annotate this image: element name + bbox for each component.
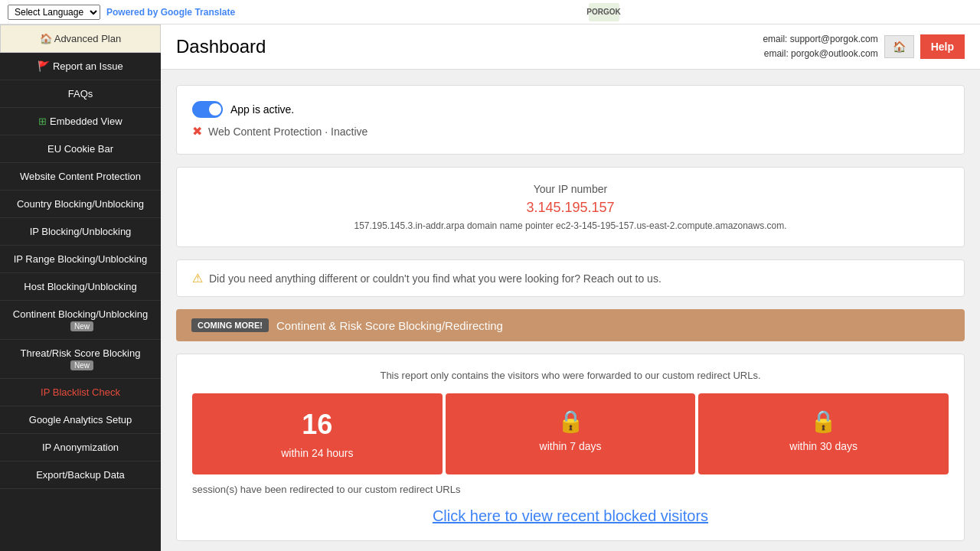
web-protection-text: Web Content Protection · Inactive [208, 126, 368, 138]
top-bar: Select Language Powered by Google Transl… [0, 0, 980, 24]
help-button[interactable]: Help [920, 34, 965, 59]
reach-out-card: ⚠ Did you need anything different or cou… [176, 259, 965, 297]
stats-card: This report only contains the visitors w… [176, 354, 965, 541]
header-right: email: support@porgok.com email: porgok@… [763, 32, 965, 61]
stats-subtitle: This report only contains the visitors w… [192, 370, 949, 381]
sidebar-item-report-issue[interactable]: 🚩 Report an Issue [0, 53, 161, 80]
sidebar-item-ip-range-blocking[interactable]: IP Range Blocking/Unblocking [0, 246, 161, 273]
stat-box-30d: 🔒 within 30 days [698, 393, 949, 474]
sidebar-item-website-content[interactable]: Website Content Protection [0, 163, 161, 191]
grid-icon: ⊞ [38, 116, 50, 127]
sidebar-item-advanced-plan[interactable]: 🏠 Advanced Plan [0, 24, 161, 53]
main-header: Dashboard email: support@porgok.com emai… [161, 24, 980, 70]
x-icon: ✖ [192, 124, 202, 139]
lock-icon-30d: 🔒 [810, 409, 837, 434]
continent-new-badge: New [70, 321, 93, 331]
ip-card: Your IP number 3.145.195.157 157.195.145… [176, 167, 965, 247]
header-emails: email: support@porgok.com email: porgok@… [763, 32, 877, 61]
sidebar-item-faqs[interactable]: FAQs [0, 80, 161, 108]
lock-icon-7d: 🔒 [557, 409, 584, 434]
toggle-track [192, 101, 223, 118]
ip-domain: 157.195.145.3.in-addr.arpa domain name p… [192, 220, 949, 231]
stat-label-24h: within 24 hours [281, 447, 353, 459]
app-active-toggle[interactable] [192, 101, 223, 118]
email2: email: porgok@outlook.com [763, 47, 877, 61]
sidebar-item-ip-blocking[interactable]: IP Blocking/Unblocking [0, 218, 161, 246]
stat-label-30d: within 30 days [789, 440, 858, 452]
page-title: Dashboard [176, 36, 266, 57]
sidebar-item-host-blocking[interactable]: Host Blocking/Unblocking [0, 273, 161, 301]
ip-label: Your IP number [192, 183, 949, 195]
sidebar-item-export-backup[interactable]: Export/Backup Data [0, 461, 161, 489]
flag-icon: 🚩 [38, 60, 53, 72]
coming-badge: COMING MORE! [191, 318, 269, 332]
sidebar-item-eu-cookie[interactable]: EU Cookie Bar [0, 135, 161, 163]
app-active-text: App is active. [230, 103, 294, 116]
sidebar-item-ip-blacklist[interactable]: IP Blacklist Check [0, 379, 161, 406]
warning-icon: ⚠ [192, 271, 203, 285]
sidebar-item-continent-blocking[interactable]: Continent Blocking/Unblocking New [0, 301, 161, 340]
main-content-area: Dashboard email: support@porgok.com emai… [161, 24, 980, 551]
logo-image: PORGOK [589, 3, 619, 21]
powered-by: Powered by Google Translate [106, 7, 235, 18]
sidebar: 🏠 Advanced Plan 🚩 Report an Issue FAQs ⊞… [0, 24, 161, 551]
stats-boxes: 16 within 24 hours 🔒 within 7 days 🔒 wit… [192, 393, 949, 474]
email1: email: support@porgok.com [763, 32, 877, 47]
stat-number-24h: 16 [302, 409, 332, 441]
sidebar-item-threat-score[interactable]: Threat/Risk Score Blocking New [0, 340, 161, 379]
status-card: App is active. ✖ Web Content Protection … [176, 85, 965, 155]
sidebar-item-google-analytics[interactable]: Google Analytics Setup [0, 406, 161, 434]
sidebar-item-ip-anonymization[interactable]: IP Anonymization [0, 434, 161, 461]
sidebar-item-embedded-view[interactable]: ⊞ Embedded View [0, 108, 161, 135]
threat-new-badge: New [70, 360, 93, 370]
sessions-text: session(s) have been redirected to our c… [192, 484, 949, 495]
app-status-row: App is active. [192, 101, 949, 118]
ip-number: 3.145.195.157 [192, 200, 949, 216]
toggle-thumb [209, 103, 221, 116]
coming-banner: COMING MORE! Continent & Risk Score Bloc… [176, 309, 965, 341]
coming-banner-text: Continent & Risk Score Blocking/Redirect… [276, 319, 503, 332]
reach-out-text: Did you need anything different or could… [209, 272, 662, 285]
web-protection-status: ✖ Web Content Protection · Inactive [192, 124, 949, 139]
house-icon: 🏠 [40, 33, 54, 44]
language-select[interactable]: Select Language [8, 5, 100, 20]
main-content: App is active. ✖ Web Content Protection … [161, 70, 980, 551]
logo: PORGOK [589, 3, 619, 21]
stat-label-7d: within 7 days [540, 440, 602, 452]
view-blocked-visitors-link[interactable]: Click here to view recent blocked visito… [192, 507, 949, 525]
stat-box-24h: 16 within 24 hours [192, 393, 443, 474]
sidebar-item-country-blocking[interactable]: Country Blocking/Unblocking [0, 191, 161, 218]
home-button[interactable]: 🏠 [884, 35, 914, 58]
stat-box-7d: 🔒 within 7 days [446, 393, 696, 474]
